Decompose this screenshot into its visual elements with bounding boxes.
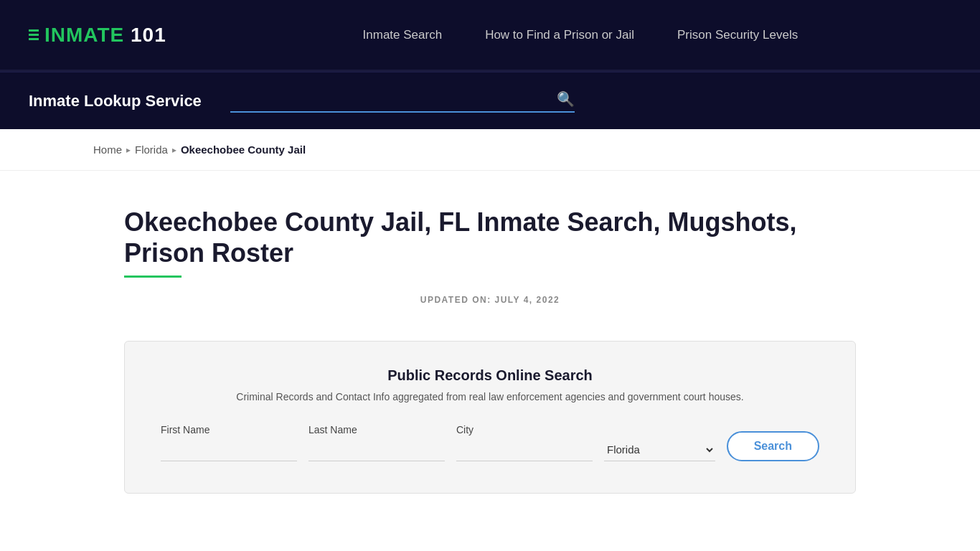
breadcrumb-chevron-2: ▸ — [172, 145, 176, 155]
city-input[interactable] — [456, 440, 593, 461]
search-banner: Inmate Lookup Service 🔍 — [0, 72, 980, 129]
page-title: Okeechobee County Jail, FL Inmate Search… — [124, 207, 856, 268]
search-fields: First Name Last Name City AlabamaAlaskaA… — [161, 424, 819, 461]
breadcrumb-home[interactable]: Home — [93, 143, 122, 156]
logo[interactable]: INMATE 101 — [29, 24, 166, 47]
city-group: City — [456, 424, 593, 461]
banner-search-wrapper: 🔍 — [230, 90, 575, 113]
first-name-label: First Name — [161, 424, 297, 435]
logo-bar-1 — [29, 29, 39, 32]
first-name-input[interactable] — [161, 440, 297, 461]
logo-bar-3 — [29, 38, 39, 40]
search-form-description: Criminal Records and Contact Info aggreg… — [161, 391, 819, 402]
breadcrumb-chevron-1: ▸ — [126, 145, 131, 155]
breadcrumb-state[interactable]: Florida — [135, 143, 168, 156]
logo-highlight: 101 — [124, 24, 166, 46]
main-content: Okeechobee County Jail, FL Inmate Search… — [95, 171, 885, 537]
search-form-title: Public Records Online Search — [161, 367, 819, 384]
banner-search-input[interactable] — [230, 90, 557, 108]
breadcrumb: Home ▸ Florida ▸ Okeechobee County Jail — [0, 129, 980, 171]
city-label: City — [456, 424, 593, 435]
search-form-box: Public Records Online Search Criminal Re… — [124, 341, 856, 494]
top-navigation: INMATE 101 Inmate Search How to Find a P… — [0, 0, 980, 72]
banner-title: Inmate Lookup Service — [29, 92, 202, 110]
search-button[interactable]: Search — [727, 431, 819, 461]
last-name-group: Last Name — [308, 424, 445, 461]
nav-security-levels[interactable]: Prison Security Levels — [677, 28, 798, 42]
last-name-label: Last Name — [308, 424, 445, 435]
nav-inmate-search[interactable]: Inmate Search — [363, 28, 443, 42]
logo-bars-icon — [29, 29, 39, 40]
state-group: AlabamaAlaskaArizonaArkansasCaliforniaCo… — [604, 438, 715, 461]
breadcrumb-current: Okeechobee County Jail — [181, 143, 306, 156]
nav-how-to-find[interactable]: How to Find a Prison or Jail — [485, 28, 634, 42]
state-select[interactable]: AlabamaAlaskaArizonaArkansasCaliforniaCo… — [604, 438, 715, 461]
logo-prefix: INMATE — [44, 24, 124, 46]
logo-bar-2 — [29, 34, 39, 36]
search-icon[interactable]: 🔍 — [557, 90, 575, 108]
logo-text: INMATE 101 — [44, 24, 166, 47]
title-underline — [124, 276, 182, 278]
last-name-input[interactable] — [308, 440, 445, 461]
first-name-group: First Name — [161, 424, 297, 461]
updated-date: UPDATED ON: JULY 4, 2022 — [124, 295, 856, 305]
nav-links: Inmate Search How to Find a Prison or Ja… — [209, 28, 951, 42]
